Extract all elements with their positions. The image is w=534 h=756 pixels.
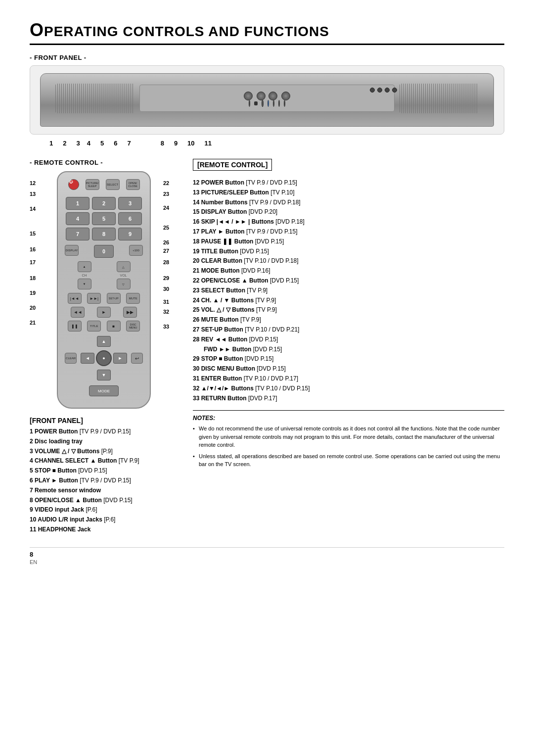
lbl-29: 29 [163, 275, 169, 281]
fp-knob-mid1 [257, 92, 266, 100]
rc-item-26: 26 MUTE Button [TV P.9] [193, 316, 504, 324]
fp-num-5: 5 [100, 140, 104, 147]
remote-vol-down[interactable]: ▽ [117, 279, 131, 289]
fp-jack-3 [385, 88, 390, 93]
remote-rev-btn[interactable]: ◄◄ [71, 307, 85, 318]
fp-num-4: 4 [87, 140, 90, 147]
power-icon: ⏻ [69, 180, 73, 184]
rc-item-27: 27 SET-UP Button [TV P.10 / DVD P.21] [193, 326, 504, 334]
remote-num-9[interactable]: 9 [118, 228, 142, 240]
lbl-33: 33 [163, 324, 169, 330]
fp-speaker-left [55, 84, 134, 113]
rc-section-title: [REMOTE CONTROL] [193, 159, 272, 171]
remote-num-1[interactable]: 1 [66, 197, 89, 210]
fp-item-10: 10 AUDIO L/R input Jacks [P.6] [30, 516, 178, 524]
lbl-14: 14 [30, 206, 36, 212]
remote-stop-btn[interactable]: ■ [107, 321, 121, 331]
remote-arrow-down[interactable]: ▼ [97, 370, 111, 380]
front-panel-section: - FRONT PANEL - [30, 54, 504, 147]
remote-skip-back-btn[interactable]: |◄◄ [68, 293, 82, 304]
fp-knob-left [244, 92, 253, 100]
fp-btn-5 [284, 100, 285, 107]
remote-ch-up[interactable]: ▲ [78, 261, 91, 272]
remote-return-btn[interactable]: ↩ [131, 353, 143, 364]
rc-item-28b: FWD ►► Button [DVD P.15] [193, 345, 504, 354]
page-number: 8 [30, 551, 33, 558]
remote-pause-btn[interactable]: ❚❚ [68, 321, 82, 331]
remote-num-5[interactable]: 5 [92, 212, 116, 225]
fp-item-8: 8 OPEN/CLOSE ▲ Button [DVD P.15] [30, 496, 178, 505]
fp-num-7: 7 [127, 140, 131, 147]
remote-num-3[interactable]: 3 [118, 197, 142, 210]
lbl-13: 13 [30, 191, 36, 197]
fp-knob-mid2 [268, 92, 277, 100]
rc-item-17: 17 PLAY ► Button [TV P.9 / DVD P.15] [193, 228, 504, 236]
notes-item-1: We do not recommend the use of universal… [193, 425, 504, 449]
remote-open-close-btn[interactable]: OPEN/CLOSE [126, 179, 140, 190]
remote-setup-mute-row: |◄◄ ►►| SET-UP MUTE [58, 291, 150, 305]
remote-clear-btn[interactable]: CLEAR [65, 353, 77, 364]
rc-item-22: 22 OPEN/CLOSE ▲ Button [DVD P.15] [193, 277, 504, 285]
remote-skip-fwd-btn[interactable]: ►►| [87, 293, 101, 304]
fp-num-3: 3 [76, 140, 80, 147]
lbl-32: 32 [163, 309, 169, 315]
remote-arrow-up[interactable]: ▲ [97, 336, 111, 347]
rc-item-33: 33 RETURN Button [DVD P.17] [193, 394, 504, 403]
remote-vol-group: △ VOL ▽ [117, 261, 131, 289]
fp-disc-slot [254, 101, 258, 105]
remote-mute-btn[interactable]: MUTE [126, 293, 140, 304]
fp-item-2: 2 Disc loading tray [30, 437, 178, 446]
remote-arrow-left[interactable]: ◄ [81, 353, 94, 364]
remote-num-6[interactable]: 6 [118, 212, 142, 225]
fp-btn-4 [278, 100, 280, 107]
fp-item-9: 9 VIDEO input Jack [P.6] [30, 506, 178, 514]
remote-vol-up[interactable]: △ [117, 261, 131, 272]
lbl-16: 16 [30, 246, 36, 252]
remote-num-7[interactable]: 7 [66, 228, 89, 240]
remote-num-8[interactable]: 8 [92, 228, 116, 240]
fp-num-8: 8 [161, 140, 164, 147]
lbl-23: 23 [163, 191, 169, 197]
remote-play-btn[interactable]: ► [97, 307, 111, 318]
remote-arrow-right[interactable]: ► [113, 353, 127, 364]
remote-num-0[interactable]: 0 [94, 245, 114, 258]
rc-item-13: 13 PICTURE/SLEEP Button [TV P.10] [193, 189, 504, 197]
notes-title: NOTES: [193, 415, 504, 422]
rc-section-title-wrapper: [REMOTE CONTROL] [193, 159, 504, 175]
lbl-25: 25 [163, 225, 169, 231]
vol-label: VOL [120, 274, 127, 277]
remote-title-btn[interactable]: TITLE [87, 321, 101, 331]
remote-enter-btn[interactable]: ● [96, 350, 112, 366]
remote-display-btn[interactable]: DISPLAY [65, 245, 79, 256]
rc-item-24: 24 CH. ▲ / ▼ Buttons [TV P.9] [193, 296, 504, 305]
lbl-18: 18 [30, 275, 36, 281]
remote-power-btn[interactable]: ⏻ [68, 179, 79, 190]
remote-ch-group: ▲ CH ▼ [78, 261, 91, 289]
remote-picture-sleep-btn[interactable]: PICTURE/SLEEP [86, 179, 99, 190]
remote-num-4[interactable]: 4 [66, 212, 89, 225]
page-title: OPERATING CONTROLS AND FUNCTIONS [30, 24, 329, 39]
remote-diagram-wrapper: 12 13 14 15 16 17 18 19 20 21 22 23 24 2… [30, 171, 178, 409]
fp-speaker-right [400, 84, 479, 113]
rc-item-21: 21 MODE Button [DVD P.16] [193, 267, 504, 275]
remote-select-btn[interactable]: SELECT [106, 179, 120, 190]
fp-num-9: 9 [174, 140, 178, 147]
remote-plus100-btn[interactable]: +100 [129, 245, 143, 256]
remote-setup-btn[interactable]: SET-UP [107, 293, 121, 304]
rc-item-19: 19 TITLE Button [DVD P.15] [193, 247, 504, 256]
lbl-28: 28 [163, 259, 169, 265]
remote-num-2[interactable]: 2 [92, 197, 116, 210]
remote-ch-down[interactable]: ▼ [78, 279, 91, 289]
remote-clear-enter-row: CLEAR ▲ ▼ ◄ ► ● ↩ [65, 336, 143, 380]
fp-jack-1 [370, 88, 375, 93]
fp-jack-2 [377, 88, 382, 93]
lbl-21: 21 [30, 320, 36, 326]
remote-mode-btn[interactable]: MODE [89, 385, 119, 396]
remote-disc-menu-btn[interactable]: DISCMENU [126, 321, 140, 331]
rc-two-col: - REMOTE CONTROL - 12 13 14 15 16 17 18 … [30, 159, 504, 535]
remote-fwd-btn[interactable]: ▶▶ [123, 307, 137, 318]
fp-item-6: 6 PLAY ► Button [TV P.9 / DVD P.15] [30, 476, 178, 485]
enter-icon: ● [102, 356, 105, 361]
fp-item-3: 3 VOLUME △ / ▽ Buttons [P.9] [30, 447, 178, 456]
remote-mode-row: MODE [58, 383, 150, 404]
